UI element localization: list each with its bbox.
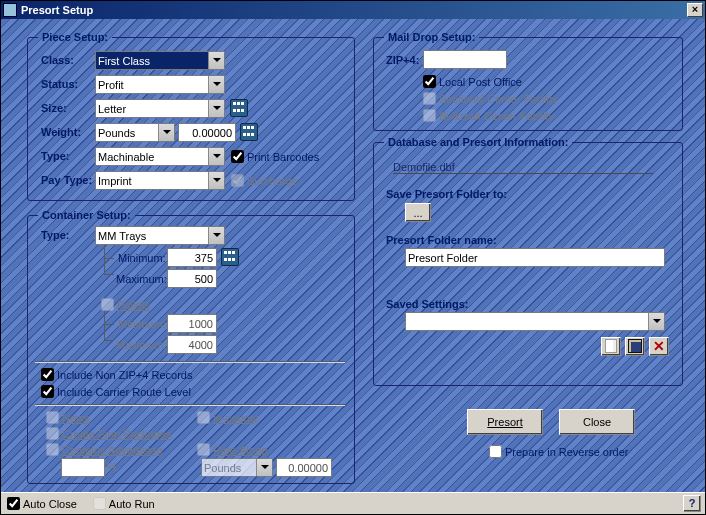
label-folder-name: Presort Folder name:	[386, 234, 497, 246]
dbfile-text: Demofile.dbf	[393, 161, 653, 174]
delete-settings-button[interactable]: ✕	[649, 337, 669, 356]
label-pallet-max: Maximum:	[116, 339, 167, 351]
delete-icon: ✕	[653, 338, 665, 354]
client-area: Piece Setup: Class: First Class Status: …	[1, 19, 705, 492]
label-weight: Weight:	[41, 126, 81, 138]
pallets-checkbox: Pallets	[101, 298, 150, 311]
include-crr-checkbox[interactable]: Include Carrier Route Level	[41, 385, 191, 398]
contains-adv-checkbox: Contains Advertising	[46, 443, 162, 456]
label-tray-max: Maximum:	[116, 273, 167, 285]
firm-packages-checkbox: Create Firm Packages	[46, 427, 171, 440]
label-paytype: Pay Type:	[41, 174, 92, 186]
label-status: Status:	[41, 78, 78, 90]
ridealong-checkbox: Ride-Along	[197, 443, 267, 456]
label-size: Size:	[41, 102, 67, 114]
bmc-checkbox: Bulkmail Center Facility	[423, 109, 554, 122]
auto-run-checkbox: Auto Run	[93, 497, 155, 510]
ridealong-unit-select: Pounds	[201, 458, 273, 477]
label-class: Class:	[41, 54, 74, 66]
tray-max-input[interactable]	[167, 269, 217, 288]
label-tray-min: Minimum:	[118, 252, 166, 264]
close-icon[interactable]: ×	[687, 3, 703, 17]
tray-tool-icon[interactable]	[221, 248, 239, 266]
pallet-min-input	[167, 314, 217, 333]
weight-value-input[interactable]	[178, 123, 236, 142]
presort-button[interactable]: Presort	[467, 409, 543, 435]
piece-setup-legend: Piece Setup:	[38, 31, 112, 43]
surcharge-checkbox: Surcharge	[231, 174, 298, 187]
print-barcodes-checkbox[interactable]: Print Barcodes	[231, 150, 319, 163]
reverse-order-checkbox[interactable]: Prepare in Reverse order	[489, 445, 629, 458]
size-select[interactable]: Letter	[95, 99, 225, 118]
auto-close-checkbox[interactable]: Auto Close	[7, 497, 77, 510]
browse-folder-button[interactable]: ...	[405, 203, 431, 222]
include-nonzip4-checkbox[interactable]: Include Non ZIP+4 Records	[41, 368, 192, 381]
label-saved-settings: Saved Settings:	[386, 298, 469, 310]
size-tool-icon[interactable]	[230, 99, 248, 117]
zip4-input[interactable]	[423, 50, 507, 69]
pallet-max-input	[167, 335, 217, 354]
label-pallet-min: Minimum:	[118, 318, 166, 330]
close-button[interactable]: Close	[559, 409, 635, 435]
maildrop-legend: Mail Drop Setup:	[384, 31, 479, 43]
label-container-type: Type:	[41, 229, 70, 241]
ridealong-value-input	[276, 458, 332, 477]
scf-checkbox: Sectional Center Facility	[423, 92, 558, 105]
weight-tool-icon[interactable]	[240, 123, 258, 141]
class-select[interactable]: First Class	[95, 51, 225, 70]
news-checkbox: News	[46, 411, 90, 424]
new-settings-button[interactable]	[601, 337, 621, 356]
local-po-checkbox[interactable]: Local Post Office	[423, 75, 522, 88]
save-settings-button[interactable]	[625, 337, 645, 356]
adv-percent-input	[61, 458, 105, 477]
container-type-select[interactable]: MM Trays	[95, 226, 225, 245]
label-zip4: ZIP+4:	[386, 54, 419, 66]
piece-type-select[interactable]: Machinable	[95, 147, 225, 166]
footer: Auto Close Auto Run ?	[1, 492, 705, 514]
incounty-checkbox: In-county	[197, 411, 258, 424]
label-type: Type:	[41, 150, 70, 162]
tray-min-input[interactable]	[167, 248, 217, 267]
label-save-to: Save Presort Folder to:	[386, 188, 507, 200]
window-title: Presort Setup	[21, 4, 687, 16]
app-icon	[3, 3, 17, 17]
paytype-select[interactable]: Imprint	[95, 171, 225, 190]
container-setup-legend: Container Setup:	[38, 209, 135, 221]
status-select[interactable]: Profit	[95, 75, 225, 94]
dbinfo-legend: Database and Presort Information:	[384, 136, 572, 148]
weight-unit-select[interactable]: Pounds	[95, 123, 175, 142]
folder-name-input[interactable]	[405, 248, 665, 267]
percent-label: %	[107, 461, 117, 473]
help-button[interactable]: ?	[683, 495, 701, 512]
saved-settings-select[interactable]	[405, 312, 665, 331]
